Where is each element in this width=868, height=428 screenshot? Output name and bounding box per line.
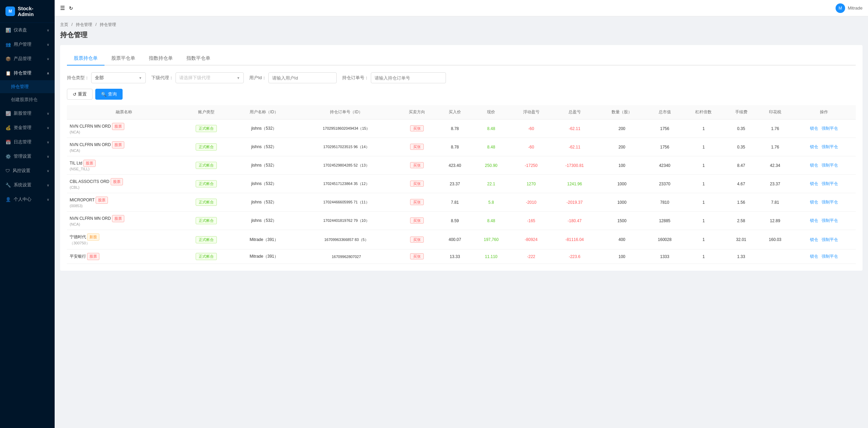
force-close-action-6[interactable]: 强制平仓 [822,237,838,242]
cell-user-4: jishns（532） [232,193,296,212]
hold-type-select[interactable]: 全部 ▼ [91,72,146,83]
sidebar-sub-position-list[interactable]: 持仓管理 [0,80,55,93]
cell-order-id-1: 17029517023515 96（14） [296,138,396,156]
sidebar-sub-create-position[interactable]: 创建股票持仓 [0,93,55,106]
force-close-action-7[interactable]: 强制平仓 [822,254,838,259]
cell-leverage-7: 1 [683,249,724,264]
cell-leverage-0: 1 [683,119,724,138]
sub-agent-label: 下级代理： [151,75,173,81]
sidebar-item-personal[interactable]: 👤 个人中心 ∨ [0,192,55,206]
cell-float-pnl-0: -60 [510,119,552,138]
force-close-action-4[interactable]: 强制平仓 [822,200,838,204]
cell-direction-2: 买张 [396,156,438,175]
cell-user-7: Mitrade（391） [232,249,296,264]
col-float-pnl: 浮动盈亏 [510,105,552,119]
tab-index-hold[interactable]: 指数持仓单 [142,52,180,66]
sidebar-item-product-mgmt[interactable]: 📦 产品管理 ∨ [0,52,55,66]
lock-action-5[interactable]: 锁仓 [810,218,818,223]
cell-direction-6: 买张 [396,230,438,249]
refresh-icon[interactable]: ↻ [69,5,73,11]
cell-name-1: NVN CLFRN MN ORD 股票 (NCA) [67,138,181,156]
main-area: ☰ ↻ M Mitrade 主页 / 持仓管理 / 持仓管理 持仓管理 股票持仓… [55,0,868,428]
daily-mgmt-icon: 📅 [5,140,11,145]
tab-stock-hold[interactable]: 股票持仓单 [67,52,104,66]
breadcrumb-parent[interactable]: 持仓管理 [76,22,92,27]
col-stamp: 印花税 [758,105,792,119]
sidebar: M Stock-Admin 📊 仪表盘 ∨ 👥 用户管理 ∨ 📦 产品管理 ∨ … [0,0,55,428]
sidebar-item-position-mgmt[interactable]: 📋 持仓管理 ∧ [0,66,55,80]
cell-total-pnl-7: -223.6 [552,249,597,264]
lock-action-7[interactable]: 锁仓 [810,254,818,259]
sidebar-label-new-stock: 新股管理 [14,110,31,116]
cell-buy-price-5: 8.59 [438,212,472,230]
search-button[interactable]: 🔍 查询 [95,89,123,100]
menu-toggle-icon[interactable]: ☰ [60,5,65,11]
sidebar-item-system-settings[interactable]: ⚙️ 管理设置 ∨ [0,149,55,163]
chevron-up-icon: ∧ [47,71,49,75]
force-close-action-1[interactable]: 强制平仓 [822,144,838,149]
lock-action-1[interactable]: 锁仓 [810,144,818,149]
product-mgmt-icon: 📦 [5,56,11,61]
user-id-input[interactable] [268,72,337,83]
cell-commission-6: 32.01 [724,230,758,249]
sidebar-label-system-settings: 管理设置 [14,153,31,159]
breadcrumb-current: 持仓管理 [100,22,116,27]
cell-total-value-0: 1756 [646,119,683,138]
risk-settings-icon: 🛡 [5,168,10,173]
cell-stamp-1: 1.76 [758,138,792,156]
cell-stamp-4: 7.81 [758,193,792,212]
reset-button[interactable]: ↺ 重置 [67,89,93,100]
cell-float-pnl-4: -2010 [510,193,552,212]
cell-buy-price-6: 400.07 [438,230,472,249]
sidebar-item-new-stock[interactable]: 📈 新股管理 ∨ [0,106,55,120]
cell-commission-2: 8.47 [724,156,758,175]
chevron-icon: ∨ [47,155,49,158]
personal-icon: 👤 [5,197,11,202]
lock-action-0[interactable]: 锁仓 [810,126,818,131]
sidebar-item-capital-mgmt[interactable]: 💰 资金管理 ∨ [0,120,55,135]
sidebar-item-sys-settings2[interactable]: 🔧 系统设置 ∨ [0,178,55,192]
cell-total-pnl-3: 1241.96 [552,175,597,193]
lock-action-3[interactable]: 锁仓 [810,181,818,186]
col-total-pnl: 总盈亏 [552,105,597,119]
cell-actions-5: 锁仓 强制平仓 [792,212,856,230]
chevron-icon: ∨ [47,28,49,32]
cell-name-3: CBL ASSOCITS ORD 股票 (CBL) [67,175,181,193]
force-close-action-0[interactable]: 强制平仓 [822,126,838,131]
cell-qty-6: 400 [597,230,646,249]
cell-total-pnl-5: -180.47 [552,212,597,230]
tab-index-close[interactable]: 指数平仓单 [180,52,217,66]
order-no-input[interactable] [371,72,446,83]
sidebar-item-risk-settings[interactable]: 🛡 风控设置 ∨ [0,163,55,178]
lock-action-2[interactable]: 锁仓 [810,163,818,168]
force-close-action-5[interactable]: 强制平仓 [822,218,838,223]
cell-account-type-1: 正式帐合 [181,138,232,156]
cell-buy-price-0: 8.78 [438,119,472,138]
sidebar-item-user-mgmt[interactable]: 👥 用户管理 ∨ [0,37,55,52]
force-close-action-2[interactable]: 强制平仓 [822,163,838,168]
sidebar-label-sys-settings2: 系统设置 [14,182,31,188]
lock-action-6[interactable]: 锁仓 [810,237,818,242]
filter-sub-agent: 下级代理： 请选择下级代理 ▼ [151,72,244,83]
lock-action-4[interactable]: 锁仓 [810,200,818,204]
force-close-action-3[interactable]: 强制平仓 [822,181,838,186]
cell-order-id-2: 17024529804285 52（13） [296,156,396,175]
breadcrumb-home[interactable]: 主页 [60,22,68,27]
table-row: NVN CLFRN MN ORD 股票 (NCA) 正式帐合 jishns（53… [67,212,856,230]
cell-name-7: 平安银行 股票 [67,249,181,264]
cell-actions-7: 锁仓 强制平仓 [792,249,856,264]
cell-total-value-2: 42340 [646,156,683,175]
sidebar-item-dashboard[interactable]: 📊 仪表盘 ∨ [0,23,55,37]
search-icon: 🔍 [101,92,107,97]
cell-name-6: 宁德时代 新股 （300750） [67,230,181,249]
sidebar-item-daily-mgmt[interactable]: 📅 日志管理 ∨ [0,135,55,149]
cell-buy-price-1: 8.78 [438,138,472,156]
tab-stock-close[interactable]: 股票平仓单 [104,52,142,66]
cell-stamp-5: 12.89 [758,212,792,230]
header-right: M Mitrade [836,3,863,13]
cell-buy-price-3: 23.37 [438,175,472,193]
sidebar-label-user-mgmt: 用户管理 [14,41,31,47]
sub-agent-select[interactable]: 请选择下级代理 ▼ [176,72,244,83]
cell-buy-price-7: 13.33 [438,249,472,264]
table-row: 宁德时代 新股 （300750） 正式帐合 Mitrade（391） 16709… [67,230,856,249]
